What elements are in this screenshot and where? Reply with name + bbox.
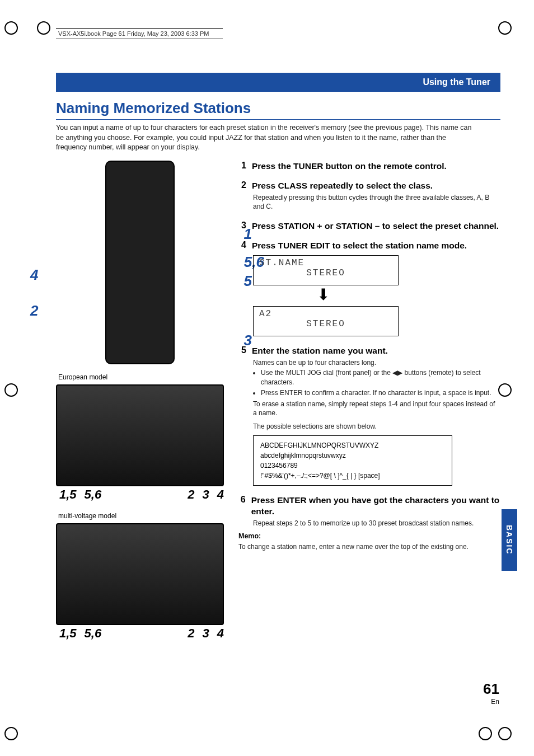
page-title: Naming Memorized Stations	[56, 100, 500, 120]
intro-paragraph: You can input a name of up to four chara…	[56, 123, 478, 153]
step-3: 3 Press STATION + or STATION – to select…	[238, 220, 500, 231]
memo-body: To change a station name, enter a new na…	[238, 542, 500, 551]
side-tab-basic: BASIC	[502, 509, 517, 571]
panel-callout: 5,6	[85, 487, 102, 502]
front-panel-diagram-european	[56, 384, 224, 486]
step-bullet: Press ENTER to confirm a character. If n…	[261, 388, 500, 397]
chapter-bar: Using the Tuner	[56, 73, 500, 92]
charset-line: 0123456789	[260, 461, 445, 471]
remote-callout-4: 4	[30, 266, 38, 284]
panel-callout: 1,5	[59, 487, 77, 502]
receiver-display-1: ST.NAME STEREO	[253, 255, 399, 285]
display-line: ST.NAME	[259, 258, 392, 268]
step-body: Repeat steps 2 to 5 to memorize up to 30…	[253, 519, 500, 528]
step-4: 4 Press TUNER EDIT to select the station…	[238, 240, 500, 336]
crop-mark-icon	[498, 383, 512, 397]
character-set-box: ABCDEFGHIJKLMNOPQRSTUVWXYZ abcdefghijklm…	[253, 435, 452, 486]
step-title: Enter the station name you want.	[252, 345, 388, 356]
panel-callout: 1,5	[59, 626, 77, 641]
panel-callout: 4	[217, 626, 224, 641]
down-arrow-icon: ⬇	[317, 289, 500, 301]
charset-line: !"#$%&'()*+,–./:;<=>?@[ \ ]^_{ | } [spac…	[260, 471, 445, 481]
remote-diagram: 1 5,6 5 3 4 2	[56, 161, 224, 368]
step-title: Press TUNER EDIT to select the station n…	[252, 240, 467, 251]
page-footer: 61 En	[483, 680, 499, 706]
crop-mark-icon	[4, 727, 18, 740]
front-panel-diagram-multivoltage	[56, 523, 224, 625]
caption-multivoltage: multi-voltage model	[58, 512, 224, 520]
remote-callout-5: 5	[244, 273, 252, 290]
step-1: 1 Press the TUNER button on the remote c…	[238, 161, 500, 171]
crop-mark-icon	[37, 21, 50, 35]
step-title: Press the TUNER button on the remote con…	[252, 161, 447, 171]
crop-mark-icon	[479, 727, 492, 740]
step-number: 1	[238, 161, 246, 171]
memo-label: Memo:	[238, 532, 500, 540]
remote-body-icon	[105, 161, 175, 364]
left-right-icon: ◀▶	[392, 369, 402, 377]
remote-callout-1: 1	[244, 226, 252, 243]
charset-line: abcdefghijklmnopqrstuvwxyz	[260, 450, 445, 461]
panel-callout: 2	[188, 626, 194, 641]
display-line: STEREO	[259, 319, 392, 329]
panel-callout: 5,6	[85, 626, 102, 641]
panel-callout: 3	[203, 487, 209, 502]
step-title: Press STATION + or STATION – to select t…	[252, 220, 499, 231]
charset-line: ABCDEFGHIJKLMNOPQRSTUVWXYZ	[260, 440, 445, 450]
step-body-line: To erase a station name, simply repeat s…	[253, 400, 500, 417]
panel-callout: 3	[203, 626, 209, 641]
page-number: 61	[483, 680, 499, 698]
step-body-line: Names can be up to four characters long.	[253, 359, 376, 367]
step-body: Repeatedly pressing this button cycles t…	[253, 193, 500, 211]
remote-callout-2: 2	[30, 302, 38, 320]
remote-callout-3: 3	[244, 332, 252, 349]
crop-mark-icon	[4, 21, 18, 35]
step-5: 5 Enter the station name you want. Names…	[238, 345, 500, 486]
crop-mark-icon	[4, 383, 18, 397]
bullet-text: Use the MULTI JOG dial (front panel) or …	[261, 369, 392, 377]
caption-european: European model	[58, 373, 224, 381]
step-title: Press CLASS repeatedly to select the cla…	[252, 180, 433, 191]
panel-callout: 2	[188, 487, 194, 502]
step-bullet: Use the MULTI JOG dial (front panel) or …	[261, 368, 500, 386]
display-line: STEREO	[259, 268, 392, 278]
step-6: 6 Press ENTER when you have got the char…	[238, 495, 500, 551]
step-title: Press ENTER when you have got the charac…	[251, 495, 500, 516]
step-number: 6	[238, 495, 246, 505]
step-number: 2	[238, 180, 246, 190]
book-header: VSX-AX5i.book Page 61 Friday, May 23, 20…	[56, 28, 223, 39]
panel-callouts-multivoltage: 1,5 5,6 2 3 4	[56, 626, 224, 641]
crop-mark-icon	[498, 727, 512, 740]
step-body: Names can be up to four characters long.…	[253, 358, 500, 431]
panel-callouts-european: 1,5 5,6 2 3 4	[56, 487, 224, 502]
crop-mark-icon	[498, 21, 512, 35]
receiver-display-2: A2 STEREO	[253, 306, 399, 336]
panel-callout: 4	[217, 487, 224, 502]
step-body-line: The possible selections are shown below.	[253, 422, 500, 431]
display-line: A2	[259, 309, 392, 319]
step-2: 2 Press CLASS repeatedly to select the c…	[238, 180, 500, 212]
page-language: En	[483, 698, 499, 706]
